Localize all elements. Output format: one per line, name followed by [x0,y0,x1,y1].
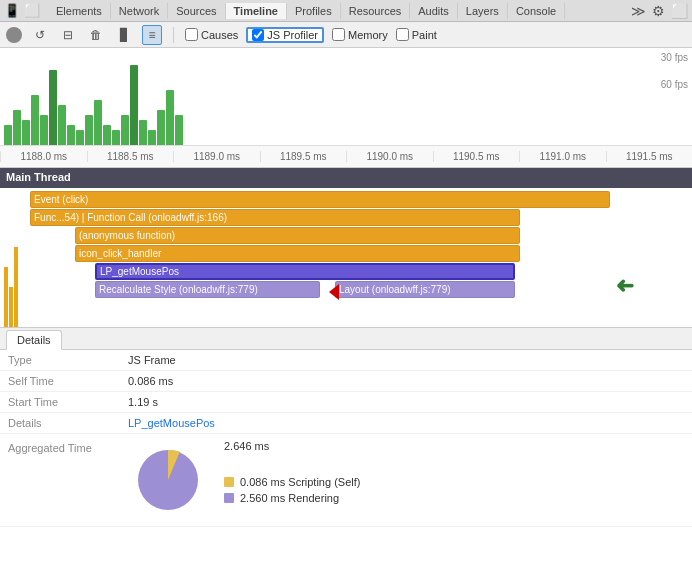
paint-option[interactable]: Paint [396,28,437,41]
flame-row-1: Func...54) | Function Call (onloadwff.js… [0,208,692,226]
bar-17 [148,130,156,145]
self-time-value: 0.086 ms [120,371,692,392]
bar-18 [157,110,165,145]
self-time-row: Self Time 0.086 ms [0,371,692,392]
bar-9 [76,130,84,145]
tick-0: 1188.0 ms [0,151,87,162]
bar-13 [112,130,120,145]
pie-chart [128,440,208,520]
causes-checkbox[interactable] [185,28,198,41]
tick-1: 1188.5 ms [87,151,174,162]
green-arrow: ➜ [616,273,634,299]
reload-button[interactable]: ↺ [30,25,50,45]
inspect-icon[interactable]: ≫ [631,3,646,19]
main-thread-header: Main Thread [0,168,692,188]
nav-tab-bar: 📱 ⬜ Elements Network Sources Timeline Pr… [0,0,692,22]
js-profiler-label: JS Profiler [267,29,318,41]
details-tab[interactable]: Details [6,330,62,350]
app-container: 📱 ⬜ Elements Network Sources Timeline Pr… [0,0,692,564]
flame-block-event[interactable]: Event (click) [30,191,610,208]
scripting-label: 0.086 ms Scripting (Self) [240,476,360,488]
details-key: Details [0,413,120,434]
tick-7: 1191.5 ms [606,151,693,162]
type-value: JS Frame [120,350,692,371]
bar-5 [40,115,48,145]
tick-6: 1191.0 ms [519,151,606,162]
memory-label: Memory [348,29,388,41]
agg-content-cell: 2.646 ms 0.086 ms Scripting (Self) 2.560… [120,434,692,527]
flame-chart[interactable]: Event (click) Func...54) | Function Call… [0,188,692,328]
bar-7 [58,105,66,145]
type-key: Type [0,350,120,371]
paint-label: Paint [412,29,437,41]
self-time-key: Self Time [0,371,120,392]
start-time-key: Start Time [0,392,120,413]
dock-icon[interactable]: ⬜ [671,3,688,19]
tab-console[interactable]: Console [508,3,565,19]
causes-option[interactable]: Causes [185,28,238,41]
agg-total: 2.646 ms [224,440,360,452]
bar-14 [121,115,129,145]
red-marker [329,284,339,300]
start-time-value: 1.19 s [120,392,692,413]
legend: 0.086 ms Scripting (Self) 2.560 ms Rende… [224,456,360,504]
bar-3 [22,120,30,145]
time-ruler: 1188.0 ms 1188.5 ms 1189.0 ms 1189.5 ms … [0,145,692,167]
scripting-dot [224,477,234,487]
tick-5: 1190.5 ms [433,151,520,162]
tick-4: 1190.0 ms [346,151,433,162]
bar-chart-icon[interactable]: ▊ [114,25,134,45]
bar-12 [103,125,111,145]
bar-15 [130,65,138,145]
bar-8 [67,125,75,145]
timeline-chart[interactable]: 30 fps 60 fps 1188 [0,48,692,168]
filter-button[interactable]: ⊟ [58,25,78,45]
details-link[interactable]: LP_getMousePos [120,413,692,434]
legend-rendering: 2.560 ms Rendering [224,492,360,504]
flame-row-5: Recalculate Style (onloadwff.js:779) Lay… [0,280,692,298]
tab-network[interactable]: Network [111,3,168,19]
tab-resources[interactable]: Resources [341,3,411,19]
tab-sources[interactable]: Sources [168,3,225,19]
chart-bars [0,60,692,145]
settings-icon[interactable]: ⚙ [652,3,665,19]
details-tab-bar: Details [0,328,692,350]
memory-option[interactable]: Memory [332,28,388,41]
agg-legend-area: 2.646 ms 0.086 ms Scripting (Self) 2.560… [224,440,360,504]
tab-elements[interactable]: Elements [48,3,111,19]
tab-audits[interactable]: Audits [410,3,458,19]
rendering-label: 2.560 ms Rendering [240,492,339,504]
pie-svg [128,440,208,520]
paint-checkbox[interactable] [396,28,409,41]
record-button[interactable] [6,27,22,43]
tab-timeline[interactable]: Timeline [226,3,287,19]
rendering-dot [224,493,234,503]
flame-block-func[interactable]: Func...54) | Function Call (onloadwff.js… [30,209,520,226]
bar-11 [94,100,102,145]
causes-label: Causes [201,29,238,41]
tick-3: 1189.5 ms [260,151,347,162]
flame-row-3: icon_click_handler [0,244,692,262]
bar-20 [175,115,183,145]
js-profiler-checkbox[interactable] [252,29,264,41]
bar-16 [139,120,147,145]
clear-button[interactable]: 🗑 [86,25,106,45]
memory-checkbox[interactable] [332,28,345,41]
flame-block-layout[interactable]: Layout (onloadwff.js:779) [335,281,515,298]
timeline-view-button[interactable]: ≡ [142,25,162,45]
details-section: Details Type JS Frame Self Time 0.086 ms… [0,328,692,564]
phone-icon: 📱 [4,3,20,18]
bar-6 [49,70,57,145]
details-row: Details LP_getMousePos [0,413,692,434]
flame-block-recalc[interactable]: Recalculate Style (onloadwff.js:779) [95,281,320,298]
bar-19 [166,90,174,145]
agg-content: 2.646 ms 0.086 ms Scripting (Self) 2.560… [128,440,684,520]
flame-block-anon[interactable]: (anonymous function) [75,227,520,244]
lp-getmousepos-link[interactable]: LP_getMousePos [128,417,215,429]
tick-2: 1189.0 ms [173,151,260,162]
tablet-icon: ⬜ [24,3,40,18]
flame-block-getmousepos[interactable]: LP_getMousePos [95,263,515,280]
tab-layers[interactable]: Layers [458,3,508,19]
flame-block-click-handler[interactable]: icon_click_handler [75,245,520,262]
tab-profiles[interactable]: Profiles [287,3,341,19]
